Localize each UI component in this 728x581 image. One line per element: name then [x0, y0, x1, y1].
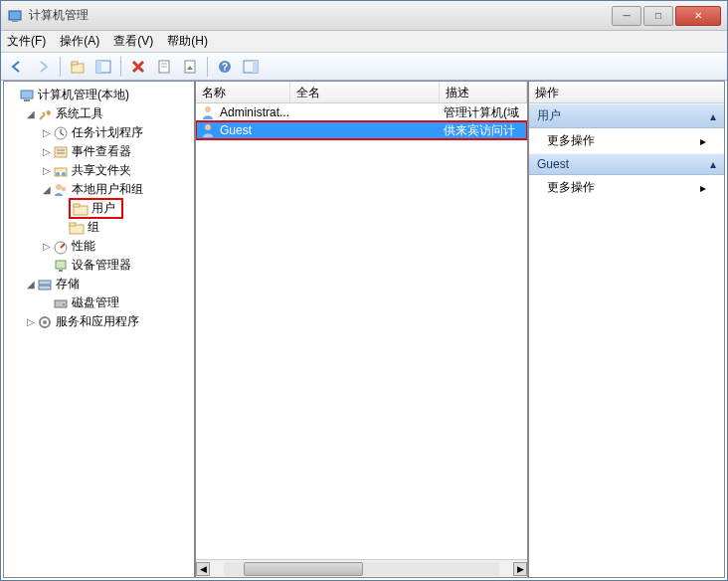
scroll-right-button[interactable]: ▶ [513, 562, 527, 576]
menu-file[interactable]: 文件(F) [7, 33, 46, 50]
menu-view[interactable]: 查看(V) [113, 33, 153, 50]
tree-root[interactable]: 计算机管理(本地) [6, 86, 192, 104]
action-more-guest[interactable]: 更多操作 ▸ [529, 175, 724, 200]
close-button[interactable]: ✕ [675, 6, 721, 26]
window-title: 计算机管理 [29, 7, 612, 24]
action-label: 更多操作 [547, 179, 595, 196]
tree-label: 本地用户和组 [72, 181, 143, 198]
scroll-track[interactable] [224, 562, 499, 576]
column-description[interactable]: 描述 [440, 82, 527, 102]
forward-button[interactable] [31, 56, 55, 78]
scroll-left-button[interactable]: ◀ [196, 562, 210, 576]
titlebar[interactable]: 计算机管理 ─ □ ✕ [1, 1, 727, 31]
chevron-right-icon: ▸ [700, 181, 706, 195]
svg-point-23 [56, 184, 62, 190]
tree-panel: 计算机管理(本地) ◢ 系统工具 ▷ 任务计划程序 ▷ 事件查看器 [3, 81, 195, 578]
tree-device-manager[interactable]: 设备管理器 [6, 256, 192, 275]
menu-action[interactable]: 操作(A) [60, 33, 99, 50]
app-icon [7, 8, 23, 24]
svg-text:?: ? [222, 62, 228, 73]
tree-label: 组 [88, 219, 99, 236]
tree-label: 设备管理器 [72, 257, 131, 274]
tree-label: 事件查看器 [72, 143, 131, 160]
tree-task-scheduler[interactable]: ▷ 任务计划程序 [6, 123, 192, 142]
scroll-thumb[interactable] [244, 562, 363, 576]
folder-icon [73, 201, 89, 217]
actions-title: 操作 [529, 82, 724, 103]
tree-groups[interactable]: 组 [6, 218, 192, 237]
list-row-guest[interactable]: Guest 供来宾访问计 [196, 121, 527, 139]
tree-services-apps[interactable]: ▷ 服务和应用程序 [6, 312, 192, 331]
svg-rect-14 [21, 91, 33, 98]
maximize-button[interactable]: □ [643, 6, 673, 26]
tree-performance[interactable]: ▷ 性能 [6, 237, 192, 256]
tree-label: 系统工具 [56, 105, 103, 122]
svg-rect-1 [12, 21, 18, 22]
export-button[interactable] [178, 56, 202, 78]
window-controls: ─ □ ✕ [612, 6, 721, 26]
performance-icon [53, 239, 69, 255]
tree-disk-management[interactable]: 磁盘管理 [6, 293, 192, 312]
show-hide-actions-button[interactable] [239, 56, 263, 78]
list-body[interactable]: Administrat... 管理计算机(域 Guest 供来宾访问计 [196, 103, 527, 559]
svg-rect-34 [55, 300, 67, 307]
action-more-users[interactable]: 更多操作 ▸ [529, 128, 724, 153]
tree-local-users-groups[interactable]: ◢ 本地用户和组 [6, 180, 192, 199]
event-icon [53, 144, 69, 160]
svg-rect-13 [253, 61, 258, 73]
users-icon [53, 182, 69, 198]
svg-point-21 [56, 172, 60, 176]
svg-rect-0 [9, 11, 21, 20]
tree-label: 任务计划程序 [72, 124, 143, 141]
tree-storage[interactable]: ◢ 存储 [6, 275, 192, 293]
toolbar: ? [1, 53, 727, 81]
help-button[interactable]: ? [213, 56, 237, 78]
tree-label: 计算机管理(本地) [38, 87, 129, 103]
tree-label: 用户 [91, 200, 115, 217]
action-group-users[interactable]: 用户 ▴ [529, 103, 724, 128]
action-group-guest[interactable]: Guest ▴ [529, 153, 724, 175]
svg-rect-5 [96, 61, 101, 73]
navigation-tree[interactable]: 计算机管理(本地) ◢ 系统工具 ▷ 任务计划程序 ▷ 事件查看器 [4, 82, 194, 335]
chevron-right-icon: ▸ [700, 134, 706, 148]
svg-rect-15 [24, 99, 30, 101]
up-button[interactable] [66, 56, 90, 78]
tools-icon [37, 106, 53, 122]
tree-label: 性能 [72, 238, 95, 255]
tree-event-viewer[interactable]: ▷ 事件查看器 [6, 142, 192, 161]
cell-desc: 供来宾访问计 [444, 122, 527, 139]
tree-system-tools[interactable]: ◢ 系统工具 [6, 104, 192, 123]
tree-label: 服务和应用程序 [56, 313, 139, 330]
menubar: 文件(F) 操作(A) 查看(V) 帮助(H) [1, 31, 727, 53]
svg-rect-28 [70, 223, 76, 226]
svg-rect-32 [39, 281, 51, 285]
cell-name: Administrat... [220, 105, 294, 119]
disk-icon [53, 295, 69, 311]
delete-button[interactable] [126, 56, 150, 78]
list-panel: 名称 全名 描述 Administrat... 管理计算机(域 Guest 供来… [195, 81, 528, 578]
cell-desc: 管理计算机(域 [444, 104, 527, 121]
properties-button[interactable] [152, 56, 176, 78]
back-button[interactable] [5, 56, 29, 78]
folder-icon [69, 220, 85, 236]
minimize-button[interactable]: ─ [612, 6, 641, 26]
column-name[interactable]: 名称 [196, 82, 290, 102]
horizontal-scrollbar[interactable]: ◀ ▶ [196, 559, 527, 577]
actions-panel: 操作 用户 ▴ 更多操作 ▸ Guest ▴ 更多操作 ▸ [528, 81, 725, 578]
action-group-label: Guest [537, 157, 569, 171]
show-hide-tree-button[interactable] [91, 56, 115, 78]
column-fullname[interactable]: 全名 [290, 82, 440, 102]
menu-help[interactable]: 帮助(H) [167, 33, 208, 50]
tree-shared-folders[interactable]: ▷ 共享文件夹 [6, 161, 192, 180]
separator [207, 57, 208, 77]
action-label: 更多操作 [547, 132, 595, 149]
svg-point-24 [62, 186, 67, 191]
svg-point-37 [43, 320, 47, 324]
services-icon [37, 314, 53, 330]
content-area: 计算机管理(本地) ◢ 系统工具 ▷ 任务计划程序 ▷ 事件查看器 [1, 81, 727, 580]
user-icon [200, 104, 216, 120]
tree-users[interactable]: 用户 [6, 199, 192, 218]
clock-icon [53, 125, 69, 141]
list-row-administrator[interactable]: Administrat... 管理计算机(域 [196, 103, 527, 121]
svg-rect-31 [59, 270, 63, 272]
